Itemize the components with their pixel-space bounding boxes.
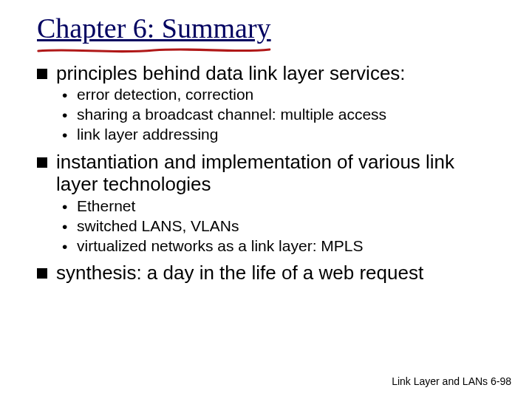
slide-title: Chapter 6: Summary [37,13,271,44]
bullet-text: instantiation and implementation of vari… [56,151,495,196]
slide: Chapter 6: Summary principles behind dat… [0,0,532,399]
dot-bullet-icon: • [62,238,69,256]
body-content: principles behind data link layer servic… [37,62,495,284]
sub-bullet-text: switched LANS, VLANs [77,217,239,236]
dot-bullet-icon: • [62,126,69,145]
title-underline-accent [37,46,271,49]
sub-bullet-text: virtualized networks as a link layer: MP… [77,237,364,256]
bullet-text: principles behind data link layer servic… [56,62,495,85]
dot-bullet-icon: • [62,106,69,125]
slide-footer: Link Layer and LANs 6-98 [392,375,511,387]
sub-bullet-text: sharing a broadcast channel: multiple ac… [77,106,386,124]
bullet-level2: • sharing a broadcast channel: multiple … [62,106,495,125]
bullet-level2: • error detection, correction [62,86,495,105]
sub-bullet-group: • error detection, correction • sharing … [37,86,495,144]
sub-bullet-text: link layer addressing [77,126,218,144]
bullet-level1: synthesis: a day in the life of a web re… [37,262,495,284]
bullet-text: synthesis: a day in the life of a web re… [56,262,495,284]
bullet-level2: • switched LANS, VLANs [62,217,495,236]
bullet-level1: principles behind data link layer servic… [37,62,495,85]
bullet-level2: • Ethernet [62,197,495,216]
title-wrap: Chapter 6: Summary [37,13,271,44]
dot-bullet-icon: • [62,218,69,236]
bullet-level1: instantiation and implementation of vari… [37,151,495,196]
sub-bullet-text: error detection, correction [77,86,253,104]
square-bullet-icon [37,268,47,279]
sub-bullet-text: Ethernet [77,197,135,216]
bullet-level2: • virtualized networks as a link layer: … [62,237,495,256]
dot-bullet-icon: • [62,198,69,216]
square-bullet-icon [37,69,47,79]
bullet-level2: • link layer addressing [62,126,495,145]
sub-bullet-group: • Ethernet • switched LANS, VLANs • virt… [37,197,495,256]
dot-bullet-icon: • [62,86,69,105]
square-bullet-icon [37,157,47,168]
